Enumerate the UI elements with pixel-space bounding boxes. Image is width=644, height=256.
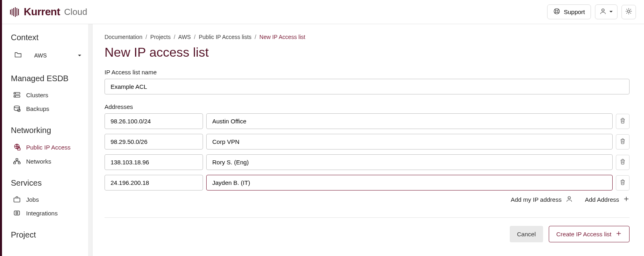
sidebar-item-networks[interactable]: Networks	[11, 154, 90, 168]
add-address-label: Add Address	[585, 196, 619, 203]
caret-down-icon	[78, 52, 82, 59]
main-content: Documentation / Projects / AWS / Public …	[92, 24, 644, 256]
page-title: New IP access list	[105, 45, 630, 60]
add-my-ip-label: Add my IP address	[511, 196, 561, 203]
project-heading: Project	[11, 230, 90, 240]
svg-line-14	[626, 13, 627, 14]
sidebar-item-jobs[interactable]: Jobs	[11, 193, 90, 206]
add-address-button[interactable]: Add Address	[585, 195, 630, 204]
project-name: AWS	[34, 52, 47, 59]
trash-icon	[619, 158, 626, 166]
address-row	[105, 113, 630, 129]
svg-point-6	[602, 9, 604, 11]
create-label: Create IP Access list	[556, 231, 611, 238]
svg-line-3	[558, 9, 559, 10]
backup-icon	[12, 105, 21, 112]
name-field-label: IP Access list name	[105, 69, 630, 76]
user-icon	[599, 8, 607, 16]
address-row	[105, 154, 630, 170]
brand-logo[interactable]: Kurrent Cloud	[10, 6, 87, 18]
sidebar-item-label: Backups	[26, 105, 49, 112]
crumb-sep: /	[174, 34, 175, 40]
sidebar-item-label: Integrations	[26, 210, 57, 217]
svg-line-4	[555, 12, 556, 13]
delete-address-button[interactable]	[616, 114, 630, 129]
crumb-documentation[interactable]: Documentation	[105, 34, 142, 40]
address-ip-input[interactable]	[105, 113, 203, 129]
crumb-projects[interactable]: Projects	[150, 34, 171, 40]
project-selector[interactable]: AWS	[11, 47, 85, 63]
svg-point-18	[15, 93, 15, 94]
acl-name-input[interactable]	[105, 79, 630, 94]
crumb-aws[interactable]: AWS	[178, 34, 191, 40]
svg-point-20	[14, 106, 19, 108]
crumb-sep: /	[255, 34, 256, 40]
cancel-label: Cancel	[517, 231, 536, 238]
svg-rect-25	[14, 162, 16, 164]
network-icon	[12, 158, 21, 165]
address-comment-input[interactable]	[206, 154, 613, 170]
integrations-icon	[12, 209, 21, 217]
svg-rect-28	[14, 211, 19, 215]
address-ip-input[interactable]	[105, 154, 203, 170]
services-heading: Services	[11, 178, 90, 188]
crumb-sep: /	[194, 34, 196, 40]
globe-lock-icon	[12, 143, 21, 151]
topbar-actions: Support	[547, 4, 636, 19]
address-ip-input[interactable]	[105, 175, 203, 190]
svg-line-12	[626, 9, 627, 10]
user-menu-button[interactable]	[595, 4, 617, 19]
sidebar-item-label: Clusters	[26, 92, 48, 98]
managed-heading: Managed ESDB	[11, 74, 90, 83]
theme-toggle-button[interactable]	[621, 5, 636, 19]
plus-icon	[615, 230, 622, 238]
lifebuoy-icon	[553, 8, 560, 16]
address-comment-input[interactable]	[206, 113, 613, 129]
divider	[105, 217, 630, 218]
cancel-button[interactable]: Cancel	[510, 226, 543, 242]
svg-point-38	[568, 197, 570, 199]
address-row	[105, 175, 630, 190]
crumb-current: New IP Access list	[259, 34, 305, 40]
user-icon	[566, 195, 573, 204]
svg-line-5	[558, 12, 559, 13]
delete-address-button[interactable]	[616, 155, 630, 170]
support-label: Support	[564, 8, 585, 15]
sidebar-item-clusters[interactable]: Clusters	[11, 88, 90, 102]
sidebar-item-backups[interactable]: Backups	[11, 102, 90, 115]
svg-point-7	[628, 10, 630, 12]
address-row	[105, 134, 630, 150]
breadcrumb: Documentation / Projects / AWS / Public …	[105, 34, 630, 40]
svg-rect-27	[14, 198, 20, 202]
sidebar: Context AWS Managed ESDB	[2, 24, 92, 256]
context-heading: Context	[11, 33, 90, 42]
crumb-lists[interactable]: Public IP Access lists	[199, 34, 251, 40]
sidebar-item-integrations[interactable]: Integrations	[11, 206, 90, 220]
address-ip-input[interactable]	[105, 134, 203, 150]
delete-address-button[interactable]	[616, 175, 630, 190]
add-my-ip-button[interactable]: Add my IP address	[511, 195, 572, 204]
stack-icon	[12, 91, 21, 98]
caret-down-icon	[609, 9, 613, 15]
sidebar-item-public-ip[interactable]: Public IP Access	[11, 140, 90, 154]
support-button[interactable]: Support	[547, 4, 591, 19]
topbar: Kurrent Cloud Support	[2, 0, 644, 24]
sidebar-item-label: Public IP Access	[26, 144, 71, 151]
create-button[interactable]: Create IP Access list	[549, 226, 630, 242]
briefcase-icon	[12, 196, 21, 203]
logo-mark-icon	[10, 7, 21, 17]
address-comment-input[interactable]	[206, 134, 613, 150]
svg-rect-24	[16, 158, 18, 160]
address-comment-input[interactable]	[206, 175, 613, 190]
svg-point-29	[16, 212, 18, 214]
delete-address-button[interactable]	[616, 134, 630, 150]
svg-line-15	[630, 9, 631, 10]
logo-word: Kurrent	[24, 6, 60, 18]
crumb-sep: /	[146, 34, 147, 40]
folder-icon	[14, 51, 22, 59]
addresses-label: Addresses	[105, 103, 630, 110]
sun-icon	[625, 8, 632, 16]
networking-heading: Networking	[11, 126, 90, 135]
sidebar-item-label: Networks	[26, 158, 51, 165]
trash-icon	[619, 137, 626, 146]
